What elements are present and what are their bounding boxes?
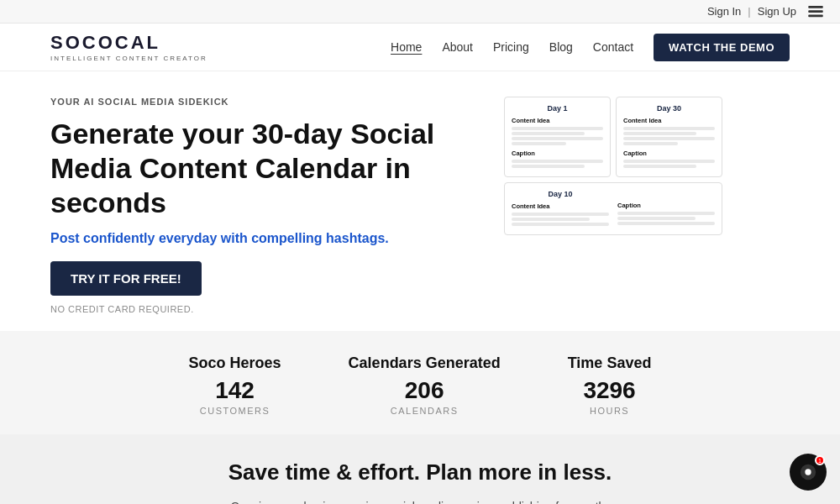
stat-time-saved: Time Saved 3296 HOURS [568, 354, 652, 416]
cart-icon[interactable] [808, 6, 823, 18]
svg-rect-2 [808, 14, 823, 17]
day1-line3 [512, 137, 603, 140]
calendar-day10: Day 10 Content Idea Caption [504, 182, 722, 235]
day30-caption-label: Caption [623, 150, 715, 157]
day1-cap1 [512, 160, 603, 163]
svg-rect-1 [808, 10, 823, 13]
save-desc1: Growing your business using social media… [210, 497, 630, 504]
signin-link[interactable]: Sign In [707, 5, 741, 18]
day10-left: Day 10 Content Idea [512, 190, 609, 228]
hero-try-button[interactable]: TRY IT FOR FREE! [50, 261, 202, 296]
hero-left: YOUR AI SOCIAL MEDIA SIDEKICK Generate y… [50, 97, 470, 314]
day1-line1 [512, 127, 603, 130]
stat-soco-heroes-label: Soco Heroes [189, 354, 281, 372]
logo-text: SOCOCAL [50, 32, 207, 54]
day30-line1 [623, 127, 715, 130]
day10-line2 [512, 218, 590, 221]
day10-line3 [512, 223, 609, 226]
day30-line2 [623, 132, 696, 135]
signup-link[interactable]: Sign Up [758, 5, 796, 18]
chat-icon [799, 463, 817, 481]
chat-badge: 1 [815, 455, 825, 465]
day10-cap2 [617, 217, 696, 220]
stat-calendars-unit: CALENDARS [349, 406, 501, 416]
chat-bubble[interactable]: 1 [790, 454, 827, 491]
stats-section: Soco Heroes 142 CUSTOMERS Calendars Gene… [0, 331, 840, 434]
day30-content-idea-label: Content Idea [623, 117, 715, 124]
nav-pricing[interactable]: Pricing [493, 40, 529, 54]
stat-soco-heroes-unit: CUSTOMERS [189, 406, 281, 416]
hero-calendar-preview: Day 1 Content Idea Caption Day 30 Conten… [504, 97, 722, 235]
hero-hashtags-link[interactable]: hashtags. [326, 231, 389, 245]
day30-line4 [623, 142, 678, 145]
nav-watch-demo-button[interactable]: WATCH THE DEMO [654, 34, 790, 61]
nav-about[interactable]: About [442, 40, 473, 54]
day1-cap2 [512, 165, 585, 168]
day1-line2 [512, 132, 585, 135]
day1-caption-label: Caption [512, 150, 603, 157]
day10-cap1 [617, 212, 715, 215]
day10-line1 [512, 213, 609, 216]
nav-contact[interactable]: Contact [593, 40, 633, 54]
stat-soco-heroes-number: 142 [189, 377, 281, 404]
stat-soco-heroes: Soco Heroes 142 CUSTOMERS [189, 354, 281, 416]
svg-point-4 [805, 469, 811, 475]
day30-label: Day 30 [623, 104, 715, 113]
hero-subtitle: Post confidently everyday with compellin… [50, 231, 470, 246]
day30-line3 [623, 137, 715, 140]
logo-sub: INTELLIGENT CONTENT CREATOR [50, 55, 207, 62]
nav-links: Home About Pricing Blog Contact WATCH TH… [391, 34, 790, 61]
stat-calendars-label: Calendars Generated [349, 354, 501, 372]
day10-label: Day 10 [512, 190, 609, 198]
hero-title: Generate your 30-day Social Media Conten… [50, 117, 470, 219]
nav-home[interactable]: Home [391, 40, 422, 54]
day10-right: Caption [617, 190, 715, 228]
day1-content-idea-label: Content Idea [512, 117, 603, 124]
save-title: Save time & effort. Plan more in less. [84, 459, 756, 486]
day10-content-idea-label: Content Idea [512, 202, 609, 210]
navbar: SOCOCAL INTELLIGENT CONTENT CREATOR Home… [0, 24, 840, 71]
stat-time-saved-unit: HOURS [568, 406, 652, 416]
calendar-day1: Day 1 Content Idea Caption [504, 97, 611, 177]
hero-no-card: NO CREDIT CARD REQUIRED. [50, 304, 470, 314]
calendar-day30: Day 30 Content Idea Caption [616, 97, 722, 177]
hero-subtitle-plain: Post confidently everyday with compellin… [50, 231, 323, 245]
stat-time-saved-number: 3296 [568, 377, 652, 404]
stat-calendars-number: 206 [349, 377, 501, 404]
day1-line4 [512, 142, 566, 145]
day30-cap2 [623, 165, 696, 168]
stat-time-saved-label: Time Saved [568, 354, 652, 372]
logo[interactable]: SOCOCAL INTELLIGENT CONTENT CREATOR [50, 32, 207, 62]
top-bar: Sign In | Sign Up [0, 0, 840, 24]
hero-section: YOUR AI SOCIAL MEDIA SIDEKICK Generate y… [0, 71, 840, 331]
day1-label: Day 1 [512, 104, 603, 113]
divider: | [748, 5, 750, 18]
svg-rect-0 [808, 6, 823, 8]
hero-tag: YOUR AI SOCIAL MEDIA SIDEKICK [50, 97, 470, 107]
save-section: Save time & effort. Plan more in less. G… [0, 434, 840, 504]
stat-calendars: Calendars Generated 206 CALENDARS [349, 354, 501, 416]
day10-cap3 [617, 222, 715, 225]
day30-cap1 [623, 160, 715, 163]
calendar-cards: Day 1 Content Idea Caption Day 30 Conten… [504, 97, 722, 235]
nav-blog[interactable]: Blog [549, 40, 573, 54]
day10-caption-label: Caption [617, 202, 715, 209]
